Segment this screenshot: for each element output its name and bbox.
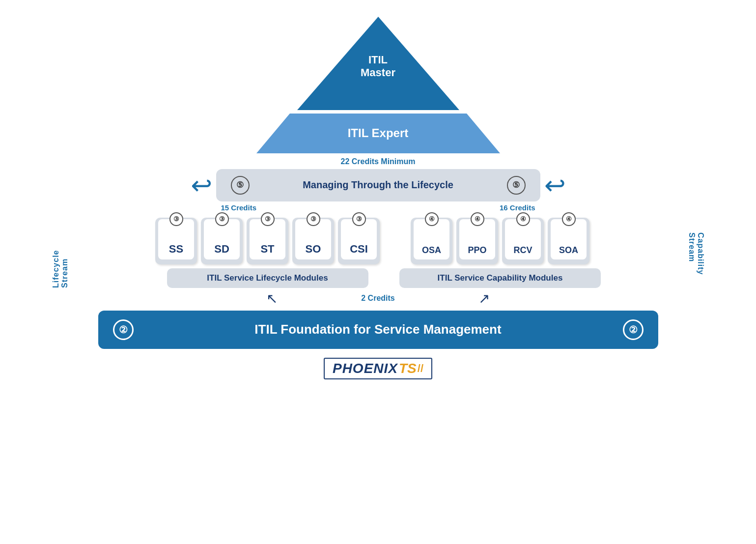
foundation-circle-left: ②	[113, 319, 134, 340]
lifecycle-cards: ③ SS ③ SD ③ ST	[155, 218, 380, 264]
mtl-circle-left: ⑤	[231, 176, 250, 195]
expert-section: ITIL Expert	[47, 113, 710, 154]
mtl-box: ⑤ Managing Through the Lifecycle ⑤	[216, 169, 540, 201]
mtl-arrow-right: ↩	[544, 172, 566, 198]
ppo-circle: ④	[471, 212, 484, 226]
logo-phoenix: PHOENIX	[333, 361, 398, 376]
master-section: ITIL Master	[47, 14, 710, 113]
master-line2: Master	[361, 66, 395, 79]
logo-section: PHOENIX TS //	[324, 358, 432, 379]
module-card-rcv: ④ RCV	[502, 218, 544, 264]
module-card-soa: ④ SOA	[548, 218, 589, 264]
foundation-bar: ② ITIL Foundation for Service Management…	[98, 311, 658, 349]
diagram-container: ITIL Master ITIL Expert 22 Credits Minim…	[47, 14, 710, 530]
mtl-row: ↪ ⑤ Managing Through the Lifecycle ⑤ ↩	[47, 169, 710, 201]
arrow-up-section: ↖ 2 Credits ↗	[47, 290, 710, 307]
mtl-label: Managing Through the Lifecycle	[250, 179, 507, 191]
logo-slash: //	[418, 362, 423, 375]
mtl-left-credits: 15 Credits	[221, 203, 257, 212]
csi-label: CSI	[350, 243, 368, 256]
lifecycle-stream-label: Lifecycle Stream	[52, 232, 69, 288]
module-card-csi: ③ CSI	[338, 218, 380, 264]
arrow-up-right: ↗	[478, 290, 490, 307]
logo-ts: TS	[399, 361, 417, 376]
module-card-sd: ③ SD	[201, 218, 243, 264]
module-card-ss: ③ SS	[155, 218, 197, 264]
so-circle: ③	[307, 212, 320, 226]
rcv-circle: ④	[516, 212, 530, 226]
mtl-credits-row: 15 Credits 16 Credits	[216, 203, 540, 212]
expert-label: ITIL Expert	[348, 126, 409, 140]
foundation-circle-right: ②	[623, 319, 644, 340]
sd-circle: ③	[215, 212, 229, 226]
sd-label: SD	[214, 243, 229, 256]
st-circle: ③	[261, 212, 275, 226]
module-card-st: ③ ST	[247, 218, 288, 264]
modules-section: Lifecycle Stream Capability Stream ③ SS …	[47, 218, 710, 288]
st-label: ST	[260, 243, 274, 256]
ss-circle: ③	[169, 212, 183, 226]
ppo-label: PPO	[468, 245, 486, 256]
master-line1: ITIL	[361, 54, 395, 66]
lifecycle-bar: ITIL Service Lifecycle Modules	[167, 268, 368, 288]
credits-22: 22 Credits Minimum	[340, 157, 415, 166]
osa-circle: ④	[425, 212, 439, 226]
osa-label: OSA	[422, 245, 441, 256]
foundation-label: ITIL Foundation for Service Management	[134, 322, 623, 337]
mtl-circle-right: ⑤	[507, 176, 526, 195]
capability-cards: ④ OSA ④ PPO ④ RCV	[411, 218, 589, 264]
capability-bar: ITIL Service Capability Modules	[399, 268, 601, 288]
credits-2: 2 Credits	[361, 294, 394, 303]
rcv-label: RCV	[513, 245, 532, 256]
soa-label: SOA	[559, 245, 578, 256]
soa-circle: ④	[562, 212, 576, 226]
lifecycle-column: ③ SS ③ SD ③ ST	[155, 218, 380, 288]
so-label: SO	[306, 243, 321, 256]
capability-column: ④ OSA ④ PPO ④ RCV	[399, 218, 601, 288]
ss-label: SS	[169, 243, 183, 256]
module-card-osa: ④ OSA	[411, 218, 452, 264]
mtl-arrow-left: ↪	[191, 172, 212, 198]
csi-circle: ③	[352, 212, 366, 226]
mtl-right-credits: 16 Credits	[500, 203, 535, 212]
module-card-so: ③ SO	[292, 218, 334, 264]
arrow-up-left: ↖	[266, 290, 278, 307]
capability-stream-label: Capability Stream	[687, 232, 705, 288]
module-card-ppo: ④ PPO	[456, 218, 498, 264]
